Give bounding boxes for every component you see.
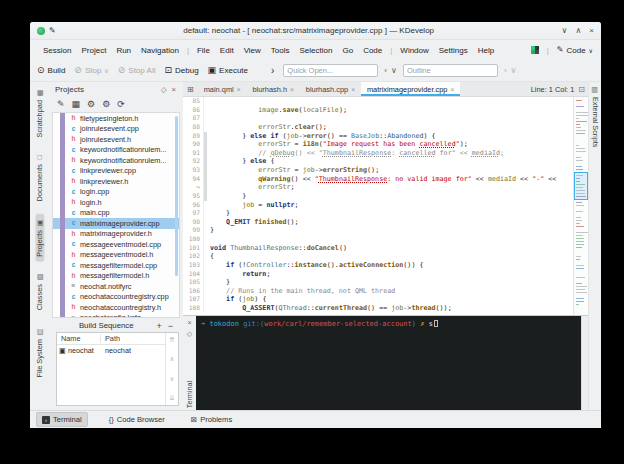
code-line[interactable]: 92 } else { bbox=[183, 157, 573, 166]
minimize-icon[interactable]: ∨ bbox=[562, 26, 568, 35]
code-line[interactable]: 99} bbox=[183, 226, 573, 235]
move-bottom-button[interactable]: ⇊ bbox=[169, 394, 174, 402]
editor-tab-matriximageprovider-cpp[interactable]: matriximageprovider.cpp× bbox=[361, 82, 460, 96]
execute-button[interactable]: ▣Execute bbox=[208, 66, 248, 75]
close-tab-icon[interactable]: × bbox=[351, 86, 355, 93]
code-area-selector[interactable]: ✎ Code ∨ bbox=[557, 46, 593, 55]
tree-item[interactable]: hlogin.h bbox=[53, 197, 179, 208]
tree-item[interactable]: clogin.cpp bbox=[53, 187, 179, 198]
terminal-scrollbar[interactable] bbox=[581, 316, 588, 410]
code-line[interactable]: 96 job = nullptr; bbox=[183, 201, 573, 210]
close-panel-icon[interactable]: × bbox=[172, 85, 176, 94]
code-editor[interactable]: 8586 image.save(localFile);8788 errorStr… bbox=[183, 97, 573, 315]
code-line[interactable]: 103 if (!Controller::instance().activeCo… bbox=[183, 261, 573, 270]
sidebar-tab-scratchpad[interactable]: Scratchpad▦ bbox=[35, 84, 44, 142]
code-line[interactable]: 105 } bbox=[183, 278, 573, 287]
code-line[interactable]: 106 // Runs in the main thread, not QML … bbox=[183, 287, 573, 296]
tree-item[interactable]: cmatriximageprovider.cpp bbox=[53, 218, 179, 229]
configure-add-icon[interactable]: ⚙ bbox=[102, 99, 110, 109]
code-line[interactable]: 91 // qDebug() << "ThumbnailResponse: ca… bbox=[183, 149, 573, 158]
forward-icon[interactable]: › bbox=[504, 66, 507, 75]
tree-item[interactable]: hneochataccountregistry.h bbox=[53, 302, 179, 313]
code-line[interactable]: 97 } bbox=[183, 209, 573, 218]
close-toolview-icon[interactable]: × bbox=[187, 319, 191, 326]
code-line[interactable]: 88 errorStr.clear(); bbox=[183, 123, 573, 132]
code-line[interactable]: ↪ errorStr; bbox=[183, 183, 573, 192]
tree-item[interactable]: hlinkpreviewer.h bbox=[53, 176, 179, 187]
document-switcher-icon[interactable]: ⊞ bbox=[183, 85, 198, 94]
reload-icon[interactable]: ⟳ bbox=[117, 99, 125, 109]
configure-icon[interactable]: ⚙ bbox=[87, 99, 95, 109]
code-line[interactable]: 95 } bbox=[183, 192, 573, 201]
move-down-button[interactable]: ∨ bbox=[170, 375, 175, 383]
editor-tab-blurhash-h[interactable]: blurhash.h× bbox=[246, 82, 299, 96]
code-line[interactable]: 100 bbox=[183, 235, 573, 244]
outline-nav[interactable]: ›∨ bbox=[504, 66, 517, 75]
editor-corner-icon[interactable]: ⊡ bbox=[578, 85, 585, 94]
debug-button[interactable]: ⊡Debug bbox=[164, 66, 198, 75]
maximize-icon[interactable]: ∧ bbox=[575, 26, 581, 35]
tree-scrollbar[interactable] bbox=[175, 116, 178, 276]
tree-item[interactable]: cjoinrulesevent.cpp bbox=[53, 124, 179, 135]
tree-item[interactable]: hmessagefiltermodel.h bbox=[53, 271, 179, 282]
sidebar-tab-file-system[interactable]: File System▤ bbox=[35, 323, 44, 383]
code-line[interactable]: 85 bbox=[183, 97, 573, 106]
close-tab-icon[interactable]: × bbox=[450, 86, 454, 93]
sidebar-tab-documents[interactable]: Documents□ bbox=[35, 149, 44, 206]
chevron-down-icon[interactable]: ∨ bbox=[511, 66, 517, 75]
code-line[interactable]: 108 Q_ASSERT(QThread::currentThread() ==… bbox=[183, 304, 573, 313]
titlebar[interactable]: ✎ default: neochat - [ neochat:src/matri… bbox=[30, 22, 601, 40]
menu-item-tools[interactable]: Tools bbox=[266, 44, 295, 57]
new-file-icon[interactable]: ✎ bbox=[57, 99, 65, 109]
tree-item[interactable]: hfiletypesingleton.h bbox=[53, 113, 179, 124]
tree-item[interactable]: hjoinrulesevent.h bbox=[53, 134, 179, 145]
float-toolview-icon[interactable]: ◇ bbox=[187, 330, 192, 338]
statusbar-item-problems[interactable]: ⊠Problems bbox=[186, 413, 237, 426]
quick-open-nav[interactable]: ‹∨ bbox=[384, 66, 397, 75]
minimap-viewport[interactable] bbox=[574, 172, 588, 200]
tree-item[interactable]: hmessageeventmodel.h bbox=[53, 250, 179, 261]
menu-item-settings[interactable]: Settings bbox=[434, 44, 473, 57]
code-line[interactable]: 94 qWarning() << "ThumbnailResponse: no … bbox=[183, 175, 573, 184]
menu-item-edit[interactable]: Edit bbox=[215, 44, 239, 57]
menu-item-file[interactable]: File bbox=[192, 44, 215, 57]
menu-item-help[interactable]: Help bbox=[473, 44, 499, 57]
menu-item-selection[interactable]: Selection bbox=[295, 44, 338, 57]
quick-open-input[interactable] bbox=[283, 64, 378, 77]
code-line[interactable]: 98 Q_EMIT finished(); bbox=[183, 218, 573, 227]
editor-tab-blurhash-cpp[interactable]: blurhash.cpp× bbox=[300, 82, 361, 96]
external-scripts-tab[interactable]: ▥ External Scripts bbox=[591, 86, 598, 147]
build-sequence-table[interactable]: NamePath▣neochatneochat bbox=[57, 333, 165, 405]
statusbar-item-terminal[interactable]: ›Terminal bbox=[36, 412, 88, 427]
code-line[interactable]: 102{ bbox=[183, 252, 573, 261]
toolbar-overflow-icon[interactable]: › bbox=[271, 65, 274, 76]
area-switcher-icon[interactable] bbox=[531, 46, 539, 54]
menu-item-code[interactable]: Code bbox=[358, 44, 387, 57]
build-target-icon[interactable]: ▦ bbox=[72, 99, 81, 109]
minimap-scrollbar[interactable] bbox=[573, 97, 588, 315]
tree-item[interactable]: cmain.cpp bbox=[53, 208, 179, 219]
back-icon[interactable]: ‹ bbox=[384, 66, 387, 75]
menu-item-run[interactable]: Run bbox=[111, 44, 136, 57]
tree-item[interactable]: ≡neochat.notifyrc bbox=[53, 281, 179, 292]
code-line[interactable]: 101void ThumbnailResponse::doCancel() bbox=[183, 244, 573, 253]
move-up-button[interactable]: ∧ bbox=[170, 355, 175, 363]
stop-all-button[interactable]: ⊘Stop All bbox=[118, 66, 156, 75]
tree-item[interactable]: cmessageeventmodel.cpp bbox=[53, 239, 179, 250]
close-tab-icon[interactable]: × bbox=[290, 86, 294, 93]
tree-item[interactable]: ckeywordnotificationrulem... bbox=[53, 145, 179, 156]
float-panel-icon[interactable]: ◇ bbox=[161, 85, 167, 94]
editor-tab-main-qml[interactable]: main.qml× bbox=[198, 82, 247, 96]
remove-target-button[interactable]: − bbox=[165, 321, 176, 331]
code-line[interactable]: 86 image.save(localFile); bbox=[183, 106, 573, 115]
tree-item[interactable]: cmessagefiltermodel.cpp bbox=[53, 260, 179, 271]
terminal-screen[interactable]: ➜ tokodon git:(work/carl/remember-select… bbox=[196, 316, 581, 410]
stop-button[interactable]: ⊘Stop∨ bbox=[74, 66, 108, 75]
code-line[interactable]: 90 errorStr = i18n("Image request has be… bbox=[183, 140, 573, 149]
code-line[interactable]: 87 bbox=[183, 114, 573, 123]
tree-item[interactable]: clinkpreviewer.cpp bbox=[53, 166, 179, 177]
menu-item-project[interactable]: Project bbox=[76, 44, 111, 57]
outline-input[interactable] bbox=[403, 64, 498, 77]
build-sequence-row[interactable]: ▣neochatneochat bbox=[57, 345, 165, 356]
build-button[interactable]: ⊙Build bbox=[37, 66, 65, 75]
